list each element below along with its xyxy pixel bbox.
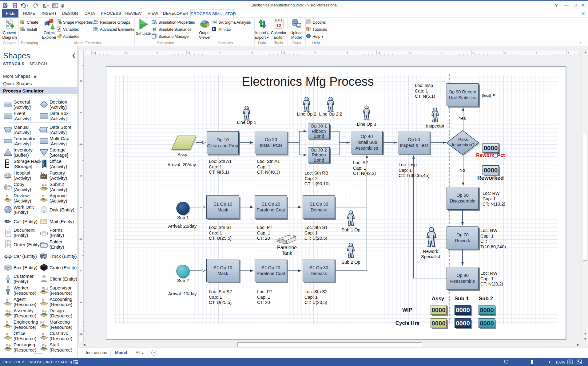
svg-text:?: ? bbox=[308, 34, 310, 38]
svg-text:12: 12 bbox=[276, 23, 281, 28]
svg-text:6σ: 6σ bbox=[213, 21, 216, 24]
svg-text:I: I bbox=[7, 152, 9, 155]
